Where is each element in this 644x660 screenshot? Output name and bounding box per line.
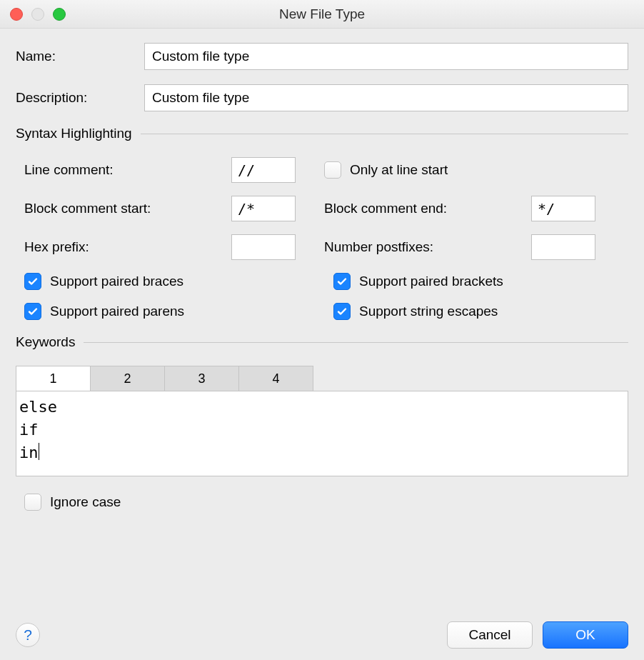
support-paired-braces-checkbox[interactable] xyxy=(24,273,41,290)
support-string-escapes-label: Support string escapes xyxy=(359,304,498,319)
name-label: Name: xyxy=(16,49,144,64)
number-postfixes-input[interactable] xyxy=(531,234,595,260)
support-paired-brackets-label: Support paired brackets xyxy=(359,274,503,289)
minimize-window-icon[interactable] xyxy=(31,8,44,21)
description-input[interactable] xyxy=(144,84,628,111)
close-window-icon[interactable] xyxy=(10,8,23,21)
section-title-syntax: Syntax Highlighting xyxy=(16,126,132,141)
name-input[interactable] xyxy=(144,43,628,70)
traffic-lights xyxy=(0,8,66,21)
support-string-escapes-checkbox[interactable] xyxy=(333,303,351,320)
block-comment-end-label: Block comment end: xyxy=(324,201,531,216)
block-comment-end-input[interactable] xyxy=(531,196,595,221)
text-cursor xyxy=(39,443,39,460)
block-comment-start-label: Block comment start: xyxy=(24,201,231,216)
keyword-tabs: 1234 xyxy=(16,366,628,391)
titlebar: New File Type xyxy=(0,0,644,29)
cancel-button[interactable]: Cancel xyxy=(447,621,533,649)
ok-button[interactable]: OK xyxy=(543,621,628,649)
number-postfixes-label: Number postfixes: xyxy=(324,239,531,255)
keyword-tab-1[interactable]: 1 xyxy=(16,366,91,391)
zoom-window-icon[interactable] xyxy=(53,8,66,21)
ignore-case-checkbox[interactable] xyxy=(24,494,41,511)
only-at-line-start-checkbox[interactable] xyxy=(324,161,341,179)
keyword-tab-2[interactable]: 2 xyxy=(91,366,165,391)
support-paired-parens-label: Support paired parens xyxy=(50,304,184,319)
line-comment-label: Line comment: xyxy=(24,162,231,178)
keyword-tab-3[interactable]: 3 xyxy=(165,366,239,391)
support-paired-braces-label: Support paired braces xyxy=(50,274,183,289)
only-at-line-start-label: Only at line start xyxy=(350,162,448,178)
hex-prefix-label: Hex prefix: xyxy=(24,239,231,255)
ignore-case-label: Ignore case xyxy=(50,494,121,510)
keywords-section: Keywords xyxy=(16,334,628,350)
hex-prefix-input[interactable] xyxy=(231,234,296,260)
keywords-textarea[interactable]: else if in xyxy=(16,391,628,476)
divider xyxy=(84,342,628,343)
support-paired-brackets-checkbox[interactable] xyxy=(333,273,351,290)
support-paired-parens-checkbox[interactable] xyxy=(24,303,41,320)
description-label: Description: xyxy=(16,90,144,106)
divider xyxy=(141,134,628,134)
help-button[interactable]: ? xyxy=(16,623,40,647)
keyword-tab-4[interactable]: 4 xyxy=(239,366,313,391)
section-title-keywords: Keywords xyxy=(16,334,75,350)
line-comment-input[interactable] xyxy=(231,157,296,183)
block-comment-start-input[interactable] xyxy=(231,196,296,221)
syntax-highlighting-section: Syntax Highlighting xyxy=(16,126,628,141)
window-title: New File Type xyxy=(0,6,644,22)
